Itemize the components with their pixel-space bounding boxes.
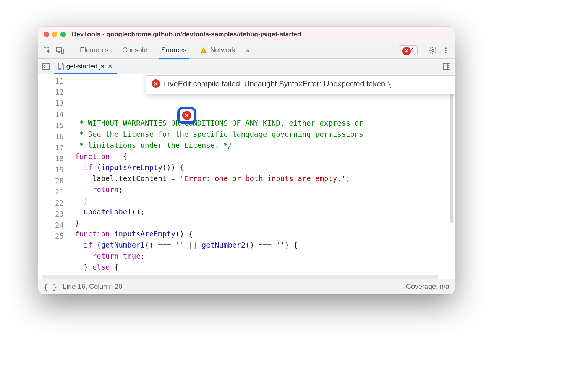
- tab-label: Network: [210, 46, 235, 54]
- vertical-scrollbar[interactable]: [450, 78, 453, 223]
- tab-elements[interactable]: Elements: [73, 42, 115, 59]
- code-line[interactable]: * WITHOUT WARRANTIES OR CONDITIONS OF AN…: [71, 118, 455, 129]
- line-number[interactable]: 15: [38, 120, 71, 131]
- show-navigator-icon[interactable]: [40, 61, 52, 72]
- line-number[interactable]: 12: [38, 87, 71, 98]
- inspect-element-icon[interactable]: [40, 44, 53, 57]
- code-line[interactable]: if (inputsAreEmpty()) {: [71, 162, 455, 173]
- code-line[interactable]: }: [71, 195, 455, 206]
- code-line[interactable]: function inputsAreEmpty() {: [71, 228, 455, 240]
- warning-icon: [200, 47, 207, 53]
- window-title: DevTools - googlechrome.github.io/devtoo…: [72, 31, 301, 38]
- line-number[interactable]: 21: [38, 186, 71, 198]
- error-tooltip-text: LiveEdit compile failed: Uncaught Syntax…: [164, 79, 393, 88]
- panel-tabs: Elements Console Sources Network »: [73, 42, 253, 59]
- code-content[interactable]: LiveEdit compile failed: Uncaught Syntax…: [71, 74, 455, 273]
- code-editor[interactable]: 111213141516171819202122232425 LiveEdit …: [38, 74, 455, 273]
- settings-icon[interactable]: [426, 44, 439, 57]
- code-line[interactable]: * See the License for the specific langu…: [71, 129, 455, 140]
- line-number[interactable]: 22: [38, 198, 71, 209]
- horizontal-scrollbar[interactable]: [42, 275, 439, 279]
- svg-point-4: [445, 47, 447, 49]
- titlebar: DevTools - googlechrome.github.io/devtoo…: [38, 27, 455, 42]
- close-window-button[interactable]: [44, 32, 49, 37]
- more-tabs-button[interactable]: »: [242, 46, 253, 55]
- svg-rect-1: [56, 48, 62, 52]
- line-number[interactable]: 23: [38, 209, 71, 220]
- line-gutter[interactable]: 111213141516171819202122232425: [38, 74, 71, 273]
- tab-network[interactable]: Network: [193, 42, 242, 59]
- code-line[interactable]: * limitations under the License. */: [71, 140, 455, 151]
- line-number[interactable]: 18: [38, 153, 71, 164]
- more-options-icon[interactable]: [439, 44, 452, 57]
- file-icon: [58, 63, 64, 70]
- error-tooltip: LiveEdit compile failed: Uncaught Syntax…: [146, 75, 455, 94]
- error-icon: [182, 111, 191, 120]
- horizontal-scrollbar-area: [38, 273, 455, 279]
- status-bar: { } Line 16, Column 20 Coverage: n/a: [38, 279, 455, 294]
- line-number[interactable]: 11: [38, 76, 71, 87]
- code-line[interactable]: } else {: [71, 262, 455, 273]
- tab-sources[interactable]: Sources: [154, 42, 193, 59]
- line-number[interactable]: 13: [38, 98, 71, 109]
- code-line[interactable]: updateLabel();: [71, 206, 455, 217]
- line-number[interactable]: 14: [38, 109, 71, 120]
- svg-point-6: [445, 52, 447, 53]
- error-count-badge[interactable]: 4: [399, 45, 418, 55]
- show-debugger-icon[interactable]: [441, 61, 452, 72]
- line-number[interactable]: 17: [38, 142, 71, 153]
- minimize-window-button[interactable]: [52, 32, 57, 37]
- line-number[interactable]: 20: [38, 175, 71, 186]
- tab-label: Elements: [80, 46, 108, 54]
- line-number[interactable]: 24: [38, 220, 71, 231]
- code-line[interactable]: return true;: [71, 251, 455, 262]
- sources-subtoolbar: get-started.js ✕: [38, 59, 455, 74]
- cursor-position: Line 16, Column 20: [63, 283, 122, 291]
- tab-label: Sources: [161, 46, 186, 54]
- svg-point-5: [445, 50, 447, 51]
- line-number[interactable]: 25: [38, 231, 71, 242]
- code-line[interactable]: }: [71, 217, 455, 228]
- main-toolbar: Elements Console Sources Network » 4: [38, 42, 455, 59]
- svg-point-3: [432, 49, 434, 52]
- separator: [70, 45, 70, 55]
- code-line[interactable]: if (getNumber1() === '' || getNumber2() …: [71, 240, 455, 251]
- window-controls: [44, 32, 66, 37]
- zoom-window-button[interactable]: [60, 32, 66, 37]
- error-icon: [402, 47, 411, 55]
- svg-point-8: [59, 68, 61, 69]
- file-tab-label: get-started.js: [66, 63, 104, 70]
- line-number[interactable]: 19: [38, 164, 71, 175]
- inline-error-marker[interactable]: [177, 107, 196, 124]
- error-icon: [152, 79, 160, 88]
- line-number[interactable]: 16: [38, 131, 71, 142]
- code-line[interactable]: function {: [71, 151, 455, 162]
- code-line[interactable]: label.textContent = 'Error: one or both …: [71, 173, 455, 184]
- tab-label: Console: [122, 46, 147, 54]
- error-count: 4: [411, 47, 414, 54]
- tab-console[interactable]: Console: [115, 42, 154, 59]
- file-tab-get-started-js[interactable]: get-started.js ✕: [54, 59, 117, 74]
- code-line[interactable]: return;: [71, 184, 455, 195]
- coverage-status: Coverage: n/a: [406, 283, 449, 291]
- separator: [423, 45, 423, 55]
- devtools-window: DevTools - googlechrome.github.io/devtoo…: [38, 27, 455, 294]
- pretty-print-icon[interactable]: { }: [44, 282, 57, 292]
- device-toolbar-icon[interactable]: [53, 44, 66, 57]
- close-tab-icon[interactable]: ✕: [108, 63, 113, 70]
